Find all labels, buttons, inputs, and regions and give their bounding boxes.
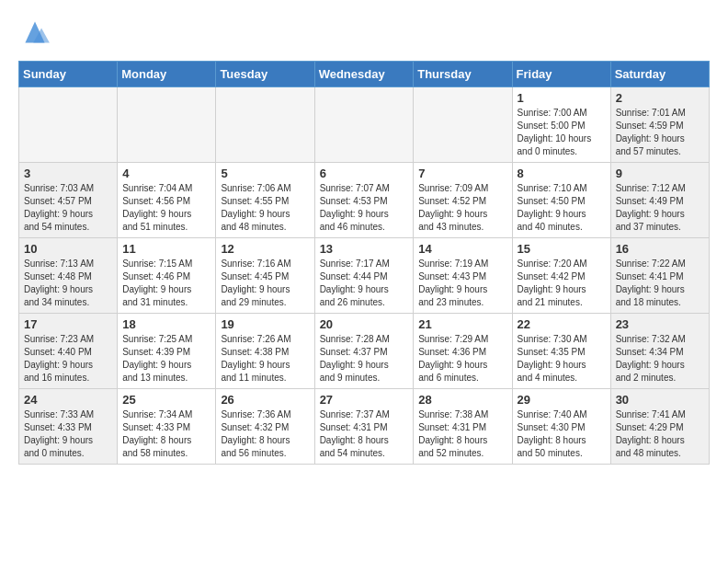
- calendar-cell: 5Sunrise: 7:06 AM Sunset: 4:55 PM Daylig…: [216, 163, 314, 238]
- day-number: 11: [122, 242, 210, 256]
- weekday-header-tuesday: Tuesday: [216, 62, 314, 87]
- day-info: Sunrise: 7:03 AM Sunset: 4:57 PM Dayligh…: [24, 182, 112, 234]
- day-info: Sunrise: 7:23 AM Sunset: 4:40 PM Dayligh…: [24, 333, 112, 385]
- day-number: 9: [616, 167, 704, 180]
- day-info: Sunrise: 7:20 AM Sunset: 4:42 PM Dayligh…: [518, 258, 606, 309]
- day-number: 13: [320, 242, 409, 256]
- calendar-cell: 21Sunrise: 7:29 AM Sunset: 4:36 PM Dayli…: [414, 314, 512, 389]
- logo: [18, 18, 57, 46]
- day-number: 23: [616, 317, 704, 331]
- day-number: 25: [122, 393, 210, 407]
- day-info: Sunrise: 7:36 AM Sunset: 4:32 PM Dayligh…: [221, 408, 309, 460]
- calendar-cell: 11Sunrise: 7:15 AM Sunset: 4:46 PM Dayli…: [118, 238, 216, 314]
- calendar-week-3: 10Sunrise: 7:13 AM Sunset: 4:48 PM Dayli…: [19, 238, 710, 314]
- calendar-week-4: 17Sunrise: 7:23 AM Sunset: 4:40 PM Dayli…: [19, 314, 710, 389]
- day-info: Sunrise: 7:12 AM Sunset: 4:49 PM Dayligh…: [616, 182, 704, 234]
- day-number: 20: [320, 317, 409, 331]
- calendar-cell: [118, 87, 216, 163]
- day-info: Sunrise: 7:32 AM Sunset: 4:34 PM Dayligh…: [616, 333, 704, 385]
- day-info: Sunrise: 7:22 AM Sunset: 4:41 PM Dayligh…: [616, 258, 704, 309]
- day-number: 26: [221, 393, 309, 407]
- weekday-header-saturday: Saturday: [610, 62, 709, 87]
- day-number: 30: [616, 393, 704, 407]
- calendar-cell: 10Sunrise: 7:13 AM Sunset: 4:48 PM Dayli…: [19, 238, 118, 314]
- calendar-cell: 14Sunrise: 7:19 AM Sunset: 4:43 PM Dayli…: [414, 238, 512, 314]
- day-info: Sunrise: 7:06 AM Sunset: 4:55 PM Dayligh…: [221, 182, 309, 234]
- day-number: 5: [221, 167, 309, 180]
- calendar-cell: 12Sunrise: 7:16 AM Sunset: 4:45 PM Dayli…: [216, 238, 314, 314]
- calendar-cell: 16Sunrise: 7:22 AM Sunset: 4:41 PM Dayli…: [610, 238, 709, 314]
- day-number: 3: [24, 167, 112, 180]
- calendar-cell: 20Sunrise: 7:28 AM Sunset: 4:37 PM Dayli…: [314, 314, 414, 389]
- day-info: Sunrise: 7:10 AM Sunset: 4:50 PM Dayligh…: [518, 182, 606, 234]
- calendar-cell: 18Sunrise: 7:25 AM Sunset: 4:39 PM Dayli…: [118, 314, 216, 389]
- calendar-cell: 8Sunrise: 7:10 AM Sunset: 4:50 PM Daylig…: [512, 163, 610, 238]
- day-number: 1: [518, 91, 606, 105]
- day-number: 15: [518, 242, 606, 256]
- weekday-header-wednesday: Wednesday: [314, 62, 414, 87]
- day-number: 18: [122, 317, 210, 331]
- calendar-cell: 23Sunrise: 7:32 AM Sunset: 4:34 PM Dayli…: [610, 314, 709, 389]
- calendar-cell: 4Sunrise: 7:04 AM Sunset: 4:56 PM Daylig…: [118, 163, 216, 238]
- day-number: 4: [122, 167, 210, 180]
- day-info: Sunrise: 7:19 AM Sunset: 4:43 PM Dayligh…: [418, 258, 506, 309]
- weekday-header-monday: Monday: [118, 62, 216, 87]
- calendar-cell: 6Sunrise: 7:07 AM Sunset: 4:53 PM Daylig…: [314, 163, 414, 238]
- calendar-cell: 17Sunrise: 7:23 AM Sunset: 4:40 PM Dayli…: [19, 314, 118, 389]
- calendar-cell: [19, 87, 118, 163]
- calendar-cell: 25Sunrise: 7:34 AM Sunset: 4:33 PM Dayli…: [118, 389, 216, 465]
- calendar-cell: [216, 87, 314, 163]
- calendar-cell: 3Sunrise: 7:03 AM Sunset: 4:57 PM Daylig…: [19, 163, 118, 238]
- calendar-cell: 27Sunrise: 7:37 AM Sunset: 4:31 PM Dayli…: [314, 389, 414, 465]
- day-number: 19: [221, 317, 309, 331]
- day-info: Sunrise: 7:40 AM Sunset: 4:30 PM Dayligh…: [518, 408, 606, 460]
- day-number: 24: [24, 393, 112, 407]
- calendar-cell: 15Sunrise: 7:20 AM Sunset: 4:42 PM Dayli…: [512, 238, 610, 314]
- day-number: 29: [518, 393, 606, 407]
- day-info: Sunrise: 7:09 AM Sunset: 4:52 PM Dayligh…: [418, 182, 506, 234]
- calendar-week-5: 24Sunrise: 7:33 AM Sunset: 4:33 PM Dayli…: [19, 389, 710, 465]
- page-header: [18, 18, 710, 46]
- day-number: 14: [418, 242, 506, 256]
- day-number: 7: [418, 167, 506, 180]
- day-info: Sunrise: 7:37 AM Sunset: 4:31 PM Dayligh…: [320, 408, 409, 460]
- calendar-week-2: 3Sunrise: 7:03 AM Sunset: 4:57 PM Daylig…: [19, 163, 710, 238]
- calendar-cell: 19Sunrise: 7:26 AM Sunset: 4:38 PM Dayli…: [216, 314, 314, 389]
- day-info: Sunrise: 7:38 AM Sunset: 4:31 PM Dayligh…: [418, 408, 506, 460]
- calendar-table: SundayMondayTuesdayWednesdayThursdayFrid…: [18, 61, 710, 465]
- day-info: Sunrise: 7:13 AM Sunset: 4:48 PM Dayligh…: [24, 258, 112, 309]
- calendar-cell: 2Sunrise: 7:01 AM Sunset: 4:59 PM Daylig…: [610, 87, 709, 163]
- logo-icon: [18, 18, 51, 46]
- day-info: Sunrise: 7:07 AM Sunset: 4:53 PM Dayligh…: [320, 182, 409, 234]
- day-info: Sunrise: 7:15 AM Sunset: 4:46 PM Dayligh…: [122, 258, 210, 309]
- day-info: Sunrise: 7:33 AM Sunset: 4:33 PM Dayligh…: [24, 408, 112, 460]
- day-info: Sunrise: 7:00 AM Sunset: 5:00 PM Dayligh…: [518, 107, 606, 158]
- calendar-cell: 9Sunrise: 7:12 AM Sunset: 4:49 PM Daylig…: [610, 163, 709, 238]
- day-info: Sunrise: 7:01 AM Sunset: 4:59 PM Dayligh…: [616, 107, 704, 158]
- calendar-cell: 29Sunrise: 7:40 AM Sunset: 4:30 PM Dayli…: [512, 389, 610, 465]
- calendar-cell: 13Sunrise: 7:17 AM Sunset: 4:44 PM Dayli…: [314, 238, 414, 314]
- day-number: 10: [24, 242, 112, 256]
- calendar-cell: 30Sunrise: 7:41 AM Sunset: 4:29 PM Dayli…: [610, 389, 709, 465]
- day-number: 12: [221, 242, 309, 256]
- day-number: 28: [418, 393, 506, 407]
- day-number: 22: [518, 317, 606, 331]
- weekday-header-friday: Friday: [512, 62, 610, 87]
- day-number: 27: [320, 393, 409, 407]
- calendar-cell: 28Sunrise: 7:38 AM Sunset: 4:31 PM Dayli…: [414, 389, 512, 465]
- day-info: Sunrise: 7:04 AM Sunset: 4:56 PM Dayligh…: [122, 182, 210, 234]
- day-info: Sunrise: 7:26 AM Sunset: 4:38 PM Dayligh…: [221, 333, 309, 385]
- day-number: 21: [418, 317, 506, 331]
- day-number: 16: [616, 242, 704, 256]
- calendar-week-1: 1Sunrise: 7:00 AM Sunset: 5:00 PM Daylig…: [19, 87, 710, 163]
- day-info: Sunrise: 7:30 AM Sunset: 4:35 PM Dayligh…: [518, 333, 606, 385]
- weekday-header-sunday: Sunday: [19, 62, 118, 87]
- calendar-cell: [314, 87, 414, 163]
- day-number: 8: [518, 167, 606, 180]
- calendar-cell: [414, 87, 512, 163]
- calendar-cell: 24Sunrise: 7:33 AM Sunset: 4:33 PM Dayli…: [19, 389, 118, 465]
- day-info: Sunrise: 7:28 AM Sunset: 4:37 PM Dayligh…: [320, 333, 409, 385]
- day-info: Sunrise: 7:16 AM Sunset: 4:45 PM Dayligh…: [221, 258, 309, 309]
- calendar-cell: 1Sunrise: 7:00 AM Sunset: 5:00 PM Daylig…: [512, 87, 610, 163]
- day-info: Sunrise: 7:41 AM Sunset: 4:29 PM Dayligh…: [616, 408, 704, 460]
